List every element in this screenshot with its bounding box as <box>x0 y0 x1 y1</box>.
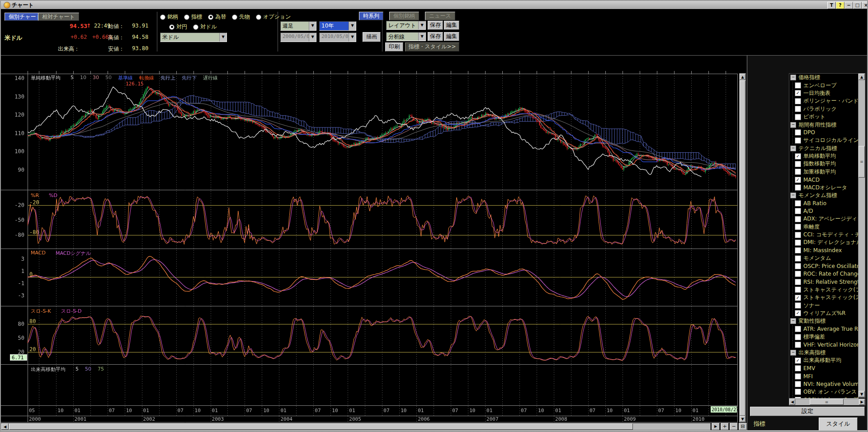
zoom-fit-button[interactable]: ⊟ <box>739 423 747 430</box>
scroll-right-button[interactable]: ▶ <box>712 423 720 430</box>
radio-category-オプション[interactable]: オプション <box>256 13 291 21</box>
chevron-down-icon[interactable]: ▼ <box>309 22 316 30</box>
radio-category-先物[interactable]: 先物 <box>232 13 250 21</box>
indicator-checkbox[interactable] <box>795 326 801 332</box>
indicator-group[interactable]: −価格指標 <box>789 74 858 81</box>
indicator-item[interactable]: エンベロープ <box>789 81 858 89</box>
indicator-item[interactable]: CCI: コモディティ・チャ <box>789 231 858 239</box>
indicator-style-button[interactable]: 指標・スタイル>> <box>405 42 459 52</box>
chevron-down-icon[interactable]: ▼ <box>418 21 425 29</box>
indicator-checkbox[interactable] <box>795 271 801 277</box>
indicator-item[interactable]: ✓単純移動平均 <box>789 152 858 160</box>
radio-icon[interactable] <box>256 14 261 20</box>
tab-style[interactable]: スタイル <box>819 418 858 431</box>
indicator-checkbox[interactable] <box>795 263 801 269</box>
indicator-item[interactable]: VHF: Vertical Horizon <box>789 341 858 348</box>
indicator-checkbox[interactable] <box>795 224 801 230</box>
indicator-group[interactable]: −モメンタム指標 <box>789 192 858 199</box>
indicator-item[interactable]: ✓ウィリアムズ%R <box>789 310 858 317</box>
draw-button[interactable]: 描画 <box>363 32 381 42</box>
indicator-item[interactable]: RSI: Relative Strength <box>789 278 858 286</box>
indicator-checkbox[interactable] <box>795 286 801 293</box>
indicator-checkbox[interactable]: ✓ <box>795 153 801 160</box>
indicator-checkbox[interactable]: ✓ <box>795 177 801 183</box>
indicator-checkbox[interactable] <box>795 232 801 238</box>
indicator-checkbox[interactable] <box>795 381 801 387</box>
sidebar-vertical-scrollbar[interactable]: ▲ ≡ ▼ <box>858 73 865 398</box>
radio-icon[interactable] <box>193 24 198 30</box>
indicator-item[interactable]: パラボリック <box>789 105 858 113</box>
radio-icon[interactable] <box>160 14 165 20</box>
indicator-item[interactable]: DMI: ディレクショナル・ <box>789 239 858 246</box>
vertical-scroll-thumb[interactable] <box>740 80 745 416</box>
indicator-item[interactable]: A/D <box>789 207 858 215</box>
collapse-icon[interactable]: − <box>790 146 796 151</box>
span-combo[interactable]: 10年 ▼ <box>319 21 356 31</box>
indicator-checkbox[interactable]: ✓ <box>795 357 801 364</box>
indicator-group[interactable]: −出来高指標 <box>789 349 858 357</box>
indicator-checkbox[interactable] <box>795 82 801 89</box>
chart-horizontal-scrollbar[interactable]: ◀ <box>1 423 711 430</box>
radio-category-為替[interactable]: 為替 <box>208 13 226 21</box>
vertical-scroll-thumb[interactable]: ≡ <box>859 146 865 178</box>
indicator-checkbox[interactable] <box>795 184 801 191</box>
indicator-item[interactable]: ATR: Average True R <box>789 325 858 333</box>
chevron-down-icon[interactable]: ▼ <box>418 33 425 41</box>
indicator-item[interactable]: ✓MACD <box>789 176 858 183</box>
indicator-item[interactable]: ✓一目均衡表 <box>789 89 858 97</box>
chevron-down-icon[interactable]: ▼ <box>349 22 356 30</box>
line-edit-button[interactable]: 編集 <box>444 32 459 41</box>
layout-edit-button[interactable]: 編集 <box>444 21 459 30</box>
indicator-item[interactable]: ストキャスティック(ファ <box>789 286 858 294</box>
indicator-checkbox[interactable] <box>795 389 801 395</box>
indicator-checkbox[interactable]: ✓ <box>795 295 801 301</box>
indicator-checkbox[interactable] <box>795 106 801 112</box>
horizontal-scroll-thumb[interactable] <box>9 423 633 430</box>
layout-combo[interactable]: レイアウト ▼ <box>386 21 426 30</box>
indicator-item[interactable]: ADX: アベレージディレ <box>789 215 858 223</box>
sidebar-horizontal-scrollbar[interactable]: ◀ ≡ ▶ <box>789 399 865 405</box>
symbol-combo[interactable]: 米ドル ▼ <box>160 33 227 42</box>
scroll-left-button[interactable]: ◀ <box>789 399 795 405</box>
indicator-checkbox[interactable] <box>795 200 801 207</box>
indicator-item[interactable]: OSCP: Price Oscillato <box>789 262 858 270</box>
scroll-up-button[interactable]: ▲ <box>859 74 865 80</box>
indicator-item[interactable]: 乖離度 <box>789 223 858 230</box>
scroll-up-button[interactable]: ▲ <box>740 74 745 80</box>
indicator-item[interactable]: ✓出来高移動平均 <box>789 357 858 364</box>
indicator-checkbox[interactable] <box>795 239 801 246</box>
indicator-item[interactable]: OBV: オン・バランス・ <box>789 388 858 396</box>
indicator-checkbox[interactable] <box>795 247 801 254</box>
indicator-checkbox[interactable] <box>795 255 801 262</box>
indicator-checkbox[interactable] <box>795 279 801 285</box>
tab-relative-chart[interactable]: 相対チャート <box>38 13 79 21</box>
indicator-checkbox[interactable] <box>795 169 801 175</box>
indicator-checkbox[interactable]: ✓ <box>795 90 801 96</box>
indicator-checkbox[interactable] <box>795 365 801 371</box>
indicator-checkbox[interactable] <box>795 129 801 136</box>
radio-category-指標[interactable]: 指標 <box>184 13 202 21</box>
radio-icon[interactable] <box>232 14 237 20</box>
radio-category-銘柄[interactable]: 銘柄 <box>160 13 178 21</box>
close-button[interactable]: × <box>862 2 868 9</box>
scroll-left-button[interactable]: ◀ <box>1 423 9 430</box>
indicator-item[interactable]: ✓ストキャスティック(スロ <box>789 294 858 301</box>
print-button[interactable]: 印刷 <box>385 42 403 52</box>
indicator-checkbox[interactable] <box>795 334 801 340</box>
zoom-in-button[interactable]: + <box>721 423 729 430</box>
help-alt-button[interactable]: T <box>827 2 836 9</box>
indicator-item[interactable]: NVI: Negative Volume <box>789 380 858 388</box>
restore-button[interactable]: □ <box>853 2 862 9</box>
indicator-group[interactable]: −テクニカル指標 <box>789 145 858 152</box>
indicator-item[interactable]: 標準偏差 <box>789 333 858 341</box>
indicator-item[interactable]: ソナー <box>789 301 858 309</box>
horizontal-scroll-thumb[interactable]: ≡ <box>810 399 844 405</box>
indicator-item[interactable]: DPO <box>789 129 858 136</box>
radio-currency-対ドル[interactable]: 対ドル <box>193 23 217 31</box>
indicator-item[interactable]: 指数移動平均 <box>789 160 858 168</box>
indicator-item[interactable]: ボリンジャー・バンド <box>789 97 858 105</box>
indicator-checkbox[interactable] <box>795 137 801 144</box>
chart-canvas[interactable] <box>1 69 738 423</box>
radio-currency-対円[interactable]: 対円 <box>169 23 187 31</box>
indicator-item[interactable]: MFI <box>789 372 858 380</box>
